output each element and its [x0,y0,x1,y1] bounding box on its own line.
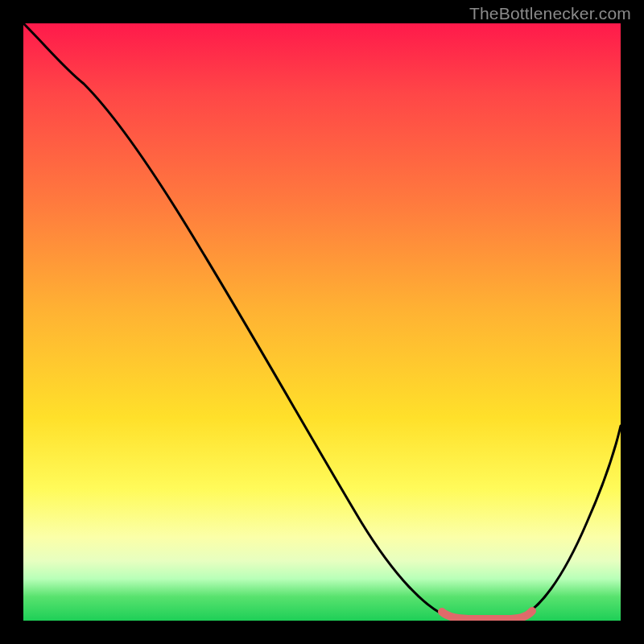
bottleneck-curve-plot [23,23,621,621]
chart-frame [23,23,621,621]
optimal-range-highlight [442,611,532,619]
watermark-text: TheBottlenecker.com [469,4,631,23]
bottleneck-curve-line [23,23,621,617]
